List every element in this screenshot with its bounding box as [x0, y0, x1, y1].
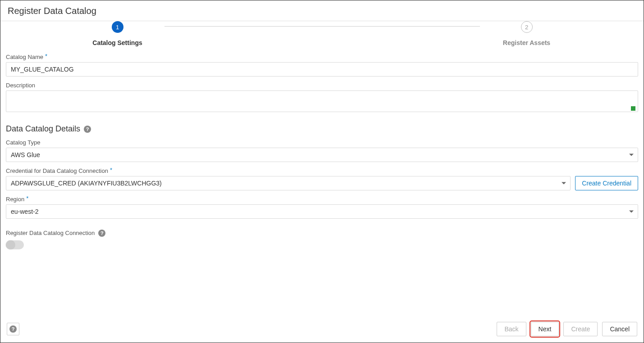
catalog-type-label: Catalog Type — [6, 139, 638, 146]
credential-row: Create Credential — [6, 176, 638, 190]
region-label-text: Region — [6, 196, 24, 203]
register-connection-label: Register Data Catalog Connection ? — [6, 230, 638, 237]
register-connection-toggle[interactable] — [6, 240, 24, 249]
register-connection-label-text: Register Data Catalog Connection — [6, 230, 95, 236]
create-credential-button[interactable]: Create Credential — [575, 176, 638, 190]
dialog-register-data-catalog: Register Data Catalog 1 Catalog Settings… — [0, 0, 644, 343]
step-label-2: Register Assets — [503, 39, 550, 46]
form-area: Catalog Name * Description Data Catalog … — [5, 46, 639, 249]
step-label-1: Catalog Settings — [92, 39, 142, 46]
catalog-name-label: Catalog Name * — [6, 54, 638, 60]
credential-label-text: Credential for Data Catalog Connection — [6, 167, 108, 174]
catalog-name-input[interactable] — [6, 62, 638, 77]
help-icon: ? — [9, 325, 17, 333]
region-select-wrap — [6, 204, 638, 219]
step-catalog-settings[interactable]: 1 Catalog Settings — [73, 21, 163, 46]
help-icon[interactable]: ? — [84, 126, 91, 133]
credential-select-wrap — [6, 176, 571, 190]
description-label: Description — [6, 82, 638, 89]
resize-handle-icon[interactable] — [631, 106, 635, 111]
description-wrap — [6, 90, 638, 113]
step-connector — [164, 26, 480, 27]
step-register-assets[interactable]: 2 Register Assets — [482, 21, 572, 46]
description-label-text: Description — [6, 82, 35, 89]
help-icon[interactable]: ? — [98, 230, 105, 237]
description-input[interactable] — [6, 90, 638, 112]
catalog-type-select[interactable] — [6, 148, 638, 162]
catalog-name-label-text: Catalog Name — [6, 54, 43, 60]
dialog-header: Register Data Catalog — [0, 0, 644, 21]
dialog-title: Register Data Catalog — [8, 6, 636, 16]
stepper: 1 Catalog Settings 2 Register Assets — [5, 21, 639, 46]
step-number-2: 2 — [521, 21, 533, 33]
dialog-footer: ? Back Next Create Cancel — [0, 317, 644, 343]
catalog-type-label-text: Catalog Type — [6, 139, 40, 146]
toggle-thumb — [6, 240, 15, 249]
section-title-text: Data Catalog Details — [6, 124, 80, 134]
required-indicator: * — [26, 195, 28, 202]
catalog-type-select-wrap — [6, 148, 638, 162]
section-data-catalog-details: Data Catalog Details ? — [6, 124, 638, 134]
credential-label: Credential for Data Catalog Connection * — [6, 167, 638, 174]
region-label: Region * — [6, 196, 638, 203]
dialog-content: 1 Catalog Settings 2 Register Assets Cat… — [0, 21, 644, 343]
required-indicator: * — [110, 167, 112, 173]
back-button[interactable]: Back — [497, 322, 526, 336]
step-number-1: 1 — [112, 21, 123, 33]
cancel-button[interactable]: Cancel — [602, 322, 637, 336]
create-button[interactable]: Create — [563, 322, 598, 336]
credential-select[interactable] — [6, 176, 571, 190]
required-indicator: * — [45, 53, 47, 59]
next-button[interactable]: Next — [531, 322, 559, 336]
footer-help-button[interactable]: ? — [7, 323, 19, 335]
region-select[interactable] — [6, 204, 638, 219]
